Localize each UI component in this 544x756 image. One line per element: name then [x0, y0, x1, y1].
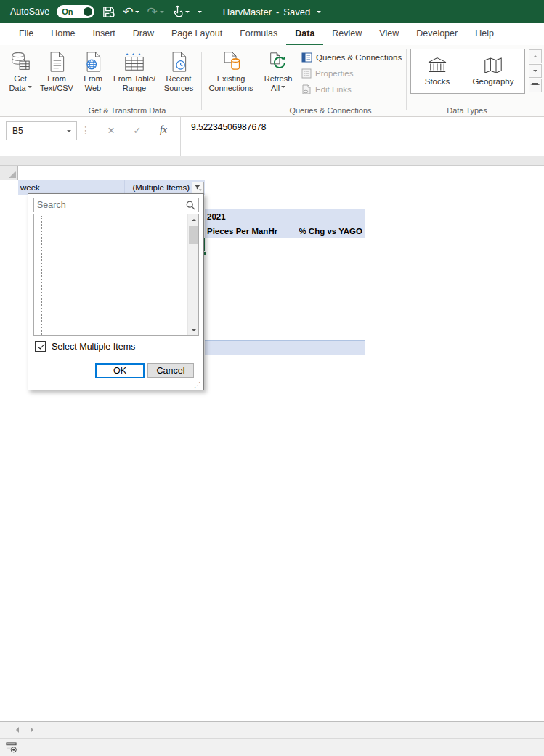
properties-icon: [301, 68, 312, 79]
cell-A1-filter-field[interactable]: week: [18, 180, 125, 195]
formula-bar-splitter[interactable]: [80, 121, 92, 139]
chevron-down-icon[interactable]: [135, 11, 139, 15]
menu-tab-view[interactable]: View: [370, 24, 407, 45]
select-all-corner[interactable]: [0, 166, 18, 180]
stocks-data-type[interactable]: Stocks: [411, 49, 463, 93]
text-file-icon: [46, 49, 67, 74]
menu-tab-data[interactable]: Data: [286, 24, 323, 45]
triangle-up-icon: [192, 217, 196, 221]
gallery-scroll-up-button[interactable]: [529, 49, 542, 63]
refresh-all-button[interactable]: Refresh All: [259, 47, 298, 95]
select-multiple-items-checkbox[interactable]: Select Multiple Items: [35, 341, 135, 352]
menu-tab-file[interactable]: File: [10, 24, 42, 45]
edit-links-icon: [301, 84, 312, 94]
chevron-down-icon: [533, 70, 537, 74]
next-sheet-arrow-icon[interactable]: [31, 727, 36, 733]
cancel-entry-button[interactable]: [102, 121, 121, 139]
geography-label: Geography: [473, 77, 514, 86]
web-globe-icon: [83, 49, 103, 74]
triangle-down-icon: [192, 329, 196, 334]
enter-entry-button[interactable]: [128, 121, 147, 139]
existing-connections-button[interactable]: Existing Connections: [204, 47, 258, 95]
recent-sources-button[interactable]: Recent Sources: [158, 47, 199, 95]
geography-data-type[interactable]: Geography: [463, 49, 523, 93]
scrollbar-thumb[interactable]: [189, 226, 198, 244]
queries-connections-label: Queries & Connections: [316, 53, 402, 62]
cell-D3-year[interactable]: 2021: [207, 209, 293, 224]
autosave-knob: [84, 7, 92, 16]
insert-function-button[interactable]: [154, 121, 173, 139]
quick-access-toolbar: AutoSave On: [10, 0, 203, 23]
stocks-label: Stocks: [425, 77, 450, 86]
menu-tabs: FileHomeInsertDrawPage LayoutFormulasDat…: [0, 23, 544, 45]
ok-button[interactable]: OK: [95, 363, 145, 378]
menu-tab-home[interactable]: Home: [42, 24, 84, 45]
autosave-toggle[interactable]: On: [57, 5, 94, 18]
menu-tab-page-layout[interactable]: Page Layout: [163, 24, 231, 45]
queries-connections-button[interactable]: Queries & Connections: [301, 52, 402, 63]
cell-E4-header[interactable]: % Chg vs YAGO: [293, 224, 362, 238]
chevron-down-icon[interactable]: [185, 11, 190, 15]
customize-quick-access-toolbar-button[interactable]: [197, 9, 203, 15]
active-cell-reference: B5: [12, 126, 23, 136]
table-icon: [123, 49, 145, 74]
from-table-range-button[interactable]: From Table/ Range: [110, 47, 158, 95]
macro-record-icon[interactable]: [6, 742, 17, 753]
ribbon-group-get-transform-data: Get Data From Text/CSV From Web: [0, 45, 254, 116]
previous-sheet-arrow-icon[interactable]: [13, 727, 19, 733]
existing-connections-label-2: Connections: [208, 84, 253, 93]
list-scrollbar[interactable]: [187, 214, 198, 335]
chevron-down-icon[interactable]: [67, 130, 71, 134]
touch-mouse-mode-button[interactable]: [171, 5, 190, 18]
pivot-filter-popup: Select Multiple Items OK Cancel: [28, 193, 204, 390]
save-icon[interactable]: [102, 5, 115, 19]
edit-links-button-disabled: Edit Links: [301, 84, 352, 94]
search-input[interactable]: [34, 198, 186, 212]
properties-button-disabled: Properties: [301, 68, 353, 79]
gallery-more-icon: [530, 83, 540, 88]
refresh-icon: [267, 49, 289, 74]
menu-tab-developer[interactable]: Developer: [407, 24, 466, 45]
database-icon: [9, 49, 31, 74]
gallery-scroll-down-button[interactable]: [529, 64, 542, 78]
menu-tab-help[interactable]: Help: [466, 24, 503, 45]
cell-D4-header[interactable]: Pieces Per ManHr: [207, 224, 293, 238]
checkbox-checked-icon: [35, 341, 46, 352]
cell-B1-filter-value[interactable]: (Multiple Items): [125, 180, 205, 195]
chevron-down-icon[interactable]: [317, 11, 321, 15]
redo-icon: [147, 4, 157, 20]
ribbon-group-queries-connections: Refresh All Queries & Connections Proper…: [256, 45, 405, 116]
from-table-label-2: Range: [123, 84, 146, 93]
chevron-down-icon: [281, 86, 285, 90]
name-box[interactable]: B5: [6, 121, 77, 140]
connections-icon: [220, 49, 242, 74]
undo-button[interactable]: [123, 4, 139, 20]
get-data-button[interactable]: Get Data: [3, 47, 38, 95]
divider: [201, 52, 202, 110]
from-text-csv-button[interactable]: From Text/CSV: [38, 47, 76, 95]
edit-links-label: Edit Links: [315, 85, 352, 94]
file-name: HarvMaster: [223, 7, 272, 17]
resize-grip[interactable]: [194, 381, 201, 389]
menu-tab-insert[interactable]: Insert: [84, 24, 124, 45]
redo-button-disabled: [147, 4, 163, 20]
from-text-label-1: From: [47, 74, 66, 84]
menu-tab-formulas[interactable]: Formulas: [231, 24, 286, 45]
menu-tab-draw[interactable]: Draw: [124, 24, 163, 45]
sheet-tab-strip: [0, 721, 544, 738]
scrollbar-down-button[interactable]: [188, 325, 199, 335]
menu-tab-review[interactable]: Review: [323, 24, 370, 45]
scrollbar-up-button[interactable]: [188, 214, 199, 225]
cancel-button[interactable]: Cancel: [147, 363, 194, 378]
from-web-button[interactable]: From Web: [76, 47, 110, 95]
ribbon-group-data-types: Stocks Geography Data Types: [407, 45, 527, 116]
gallery-scroll-buttons: [529, 49, 542, 92]
map-icon: [482, 57, 504, 74]
pivot-filter-dropdown-button[interactable]: [192, 182, 204, 193]
formula-input[interactable]: 9.52234506987678: [180, 117, 544, 156]
status-bar: [0, 738, 544, 756]
gallery-more-button[interactable]: [529, 79, 542, 92]
chevron-down-icon: [160, 11, 164, 15]
filter-search-box[interactable]: [33, 198, 199, 212]
tree-line: [41, 216, 42, 336]
